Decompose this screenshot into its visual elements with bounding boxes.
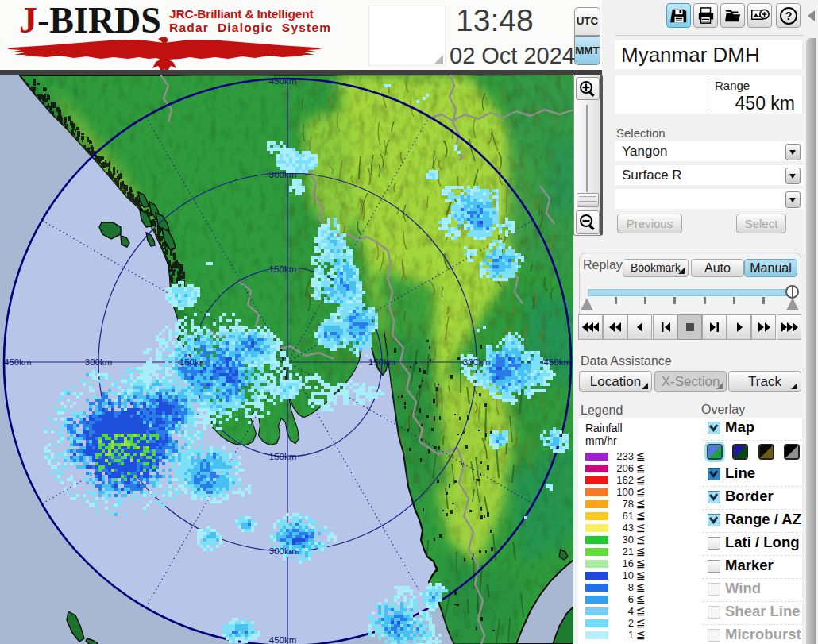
svg-text:450km: 450km	[269, 76, 297, 86]
svg-text:150km: 150km	[269, 452, 297, 461]
svg-text:450km: 450km	[543, 357, 571, 367]
svg-text:300km: 300km	[463, 357, 491, 367]
svg-text:300km: 300km	[269, 546, 297, 556]
svg-text:450km: 450km	[4, 357, 32, 367]
svg-text:150km: 150km	[179, 357, 207, 367]
svg-text:150km: 150km	[269, 264, 297, 274]
svg-text:300km: 300km	[269, 170, 297, 179]
svg-text:?: ?	[785, 10, 792, 22]
svg-text:150km: 150km	[368, 357, 396, 367]
svg-text:450km: 450km	[269, 635, 297, 644]
svg-text:300km: 300km	[85, 357, 113, 367]
